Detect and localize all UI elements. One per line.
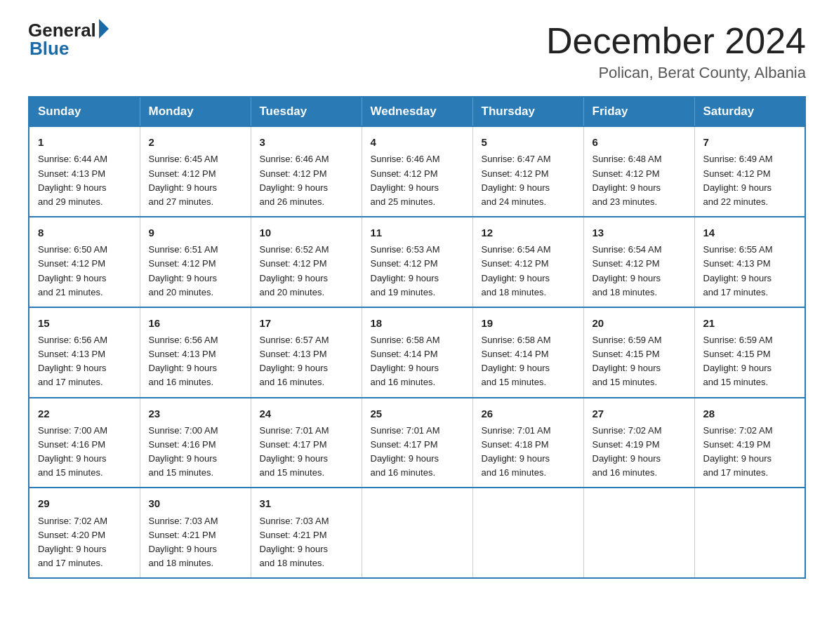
day-info: Sunrise: 6:46 AMSunset: 4:12 PMDaylight:… xyxy=(260,152,353,209)
calendar-table: SundayMondayTuesdayWednesdayThursdayFrid… xyxy=(28,96,806,579)
day-info: Sunrise: 7:01 AMSunset: 4:18 PMDaylight:… xyxy=(482,424,575,481)
calendar-cell: 27Sunrise: 7:02 AMSunset: 4:19 PMDayligh… xyxy=(583,398,694,488)
day-info: Sunrise: 6:57 AMSunset: 4:13 PMDaylight:… xyxy=(260,333,353,390)
calendar-cell: 8Sunrise: 6:50 AMSunset: 4:12 PMDaylight… xyxy=(29,217,140,307)
day-info: Sunrise: 7:01 AMSunset: 4:17 PMDaylight:… xyxy=(260,424,353,481)
calendar-cell: 9Sunrise: 6:51 AMSunset: 4:12 PMDaylight… xyxy=(140,217,251,307)
title-area: December 2024 Polican, Berat County, Alb… xyxy=(546,21,806,82)
calendar-cell: 18Sunrise: 6:58 AMSunset: 4:14 PMDayligh… xyxy=(362,307,472,398)
calendar-week-row: 15Sunrise: 6:56 AMSunset: 4:13 PMDayligh… xyxy=(29,307,805,398)
day-number: 11 xyxy=(371,224,464,241)
day-info: Sunrise: 6:52 AMSunset: 4:12 PMDaylight:… xyxy=(260,243,353,300)
calendar-cell: 20Sunrise: 6:59 AMSunset: 4:15 PMDayligh… xyxy=(583,307,694,398)
calendar-cell: 17Sunrise: 6:57 AMSunset: 4:13 PMDayligh… xyxy=(251,307,362,398)
calendar-cell: 5Sunrise: 6:47 AMSunset: 4:12 PMDaylight… xyxy=(472,126,583,217)
calendar-cell: 14Sunrise: 6:55 AMSunset: 4:13 PMDayligh… xyxy=(694,217,805,307)
calendar-cell xyxy=(583,488,694,578)
day-number: 21 xyxy=(703,315,797,331)
day-info: Sunrise: 7:00 AMSunset: 4:16 PMDaylight:… xyxy=(38,424,131,481)
day-number: 24 xyxy=(260,405,353,422)
calendar-cell: 10Sunrise: 6:52 AMSunset: 4:12 PMDayligh… xyxy=(251,217,362,307)
calendar-cell: 6Sunrise: 6:48 AMSunset: 4:12 PMDaylight… xyxy=(583,126,694,217)
calendar-cell: 15Sunrise: 6:56 AMSunset: 4:13 PMDayligh… xyxy=(29,307,140,398)
calendar-cell: 16Sunrise: 6:56 AMSunset: 4:13 PMDayligh… xyxy=(140,307,251,398)
weekday-header-row: SundayMondayTuesdayWednesdayThursdayFrid… xyxy=(29,97,805,126)
day-number: 22 xyxy=(38,405,131,422)
day-info: Sunrise: 7:02 AMSunset: 4:19 PMDaylight:… xyxy=(703,424,797,481)
day-number: 31 xyxy=(260,495,353,511)
calendar-cell: 23Sunrise: 7:00 AMSunset: 4:16 PMDayligh… xyxy=(140,398,251,488)
weekday-header-friday: Friday xyxy=(583,97,694,126)
weekday-header-monday: Monday xyxy=(140,97,251,126)
calendar-cell: 31Sunrise: 7:03 AMSunset: 4:21 PMDayligh… xyxy=(251,488,362,578)
calendar-cell: 24Sunrise: 7:01 AMSunset: 4:17 PMDayligh… xyxy=(251,398,362,488)
calendar-cell: 3Sunrise: 6:46 AMSunset: 4:12 PMDaylight… xyxy=(251,126,362,217)
day-number: 5 xyxy=(482,134,575,150)
month-year-title: December 2024 xyxy=(546,21,806,61)
day-info: Sunrise: 6:47 AMSunset: 4:12 PMDaylight:… xyxy=(482,152,575,209)
day-info: Sunrise: 6:54 AMSunset: 4:12 PMDaylight:… xyxy=(482,243,575,300)
day-number: 28 xyxy=(703,405,797,422)
day-info: Sunrise: 6:55 AMSunset: 4:13 PMDaylight:… xyxy=(703,243,797,300)
day-info: Sunrise: 6:46 AMSunset: 4:12 PMDaylight:… xyxy=(371,152,464,209)
day-number: 12 xyxy=(482,224,575,241)
calendar-week-row: 29Sunrise: 7:02 AMSunset: 4:20 PMDayligh… xyxy=(29,488,805,578)
day-info: Sunrise: 6:58 AMSunset: 4:14 PMDaylight:… xyxy=(482,333,575,390)
weekday-header-saturday: Saturday xyxy=(694,97,805,126)
day-number: 3 xyxy=(260,134,353,150)
day-number: 14 xyxy=(703,224,797,241)
logo: General Blue xyxy=(28,21,109,60)
day-number: 4 xyxy=(371,134,464,150)
day-number: 10 xyxy=(260,224,353,241)
day-info: Sunrise: 7:03 AMSunset: 4:21 PMDaylight:… xyxy=(149,514,242,571)
calendar-cell: 30Sunrise: 7:03 AMSunset: 4:21 PMDayligh… xyxy=(140,488,251,578)
location-subtitle: Polican, Berat County, Albania xyxy=(546,64,806,82)
calendar-cell: 11Sunrise: 6:53 AMSunset: 4:12 PMDayligh… xyxy=(362,217,472,307)
day-number: 8 xyxy=(38,224,131,241)
day-number: 18 xyxy=(371,315,464,331)
day-number: 26 xyxy=(482,405,575,422)
calendar-cell: 26Sunrise: 7:01 AMSunset: 4:18 PMDayligh… xyxy=(472,398,583,488)
weekday-header-sunday: Sunday xyxy=(29,97,140,126)
day-info: Sunrise: 6:56 AMSunset: 4:13 PMDaylight:… xyxy=(38,333,131,390)
calendar-cell xyxy=(472,488,583,578)
calendar-cell: 19Sunrise: 6:58 AMSunset: 4:14 PMDayligh… xyxy=(472,307,583,398)
calendar-week-row: 1Sunrise: 6:44 AMSunset: 4:13 PMDaylight… xyxy=(29,126,805,217)
day-number: 27 xyxy=(593,405,686,422)
calendar-cell xyxy=(694,488,805,578)
day-number: 17 xyxy=(260,315,353,331)
calendar-week-row: 22Sunrise: 7:00 AMSunset: 4:16 PMDayligh… xyxy=(29,398,805,488)
day-number: 29 xyxy=(38,495,131,511)
day-number: 20 xyxy=(593,315,686,331)
day-number: 1 xyxy=(38,134,131,150)
calendar-cell: 22Sunrise: 7:00 AMSunset: 4:16 PMDayligh… xyxy=(29,398,140,488)
calendar-cell xyxy=(362,488,472,578)
calendar-week-row: 8Sunrise: 6:50 AMSunset: 4:12 PMDaylight… xyxy=(29,217,805,307)
day-info: Sunrise: 7:00 AMSunset: 4:16 PMDaylight:… xyxy=(149,424,242,481)
day-number: 13 xyxy=(593,224,686,241)
day-info: Sunrise: 7:01 AMSunset: 4:17 PMDaylight:… xyxy=(371,424,464,481)
calendar-cell: 25Sunrise: 7:01 AMSunset: 4:17 PMDayligh… xyxy=(362,398,472,488)
day-info: Sunrise: 6:45 AMSunset: 4:12 PMDaylight:… xyxy=(149,152,242,209)
calendar-cell: 2Sunrise: 6:45 AMSunset: 4:12 PMDaylight… xyxy=(140,126,251,217)
day-info: Sunrise: 7:03 AMSunset: 4:21 PMDaylight:… xyxy=(260,514,353,571)
calendar-cell: 13Sunrise: 6:54 AMSunset: 4:12 PMDayligh… xyxy=(583,217,694,307)
day-info: Sunrise: 6:59 AMSunset: 4:15 PMDaylight:… xyxy=(703,333,797,390)
day-info: Sunrise: 6:58 AMSunset: 4:14 PMDaylight:… xyxy=(371,333,464,390)
day-info: Sunrise: 6:49 AMSunset: 4:12 PMDaylight:… xyxy=(703,152,797,209)
calendar-cell: 29Sunrise: 7:02 AMSunset: 4:20 PMDayligh… xyxy=(29,488,140,578)
logo-general-text: General xyxy=(28,21,96,39)
page-header: General Blue December 2024 Polican, Bera… xyxy=(28,21,806,82)
calendar-cell: 7Sunrise: 6:49 AMSunset: 4:12 PMDaylight… xyxy=(694,126,805,217)
day-number: 15 xyxy=(38,315,131,331)
calendar-cell: 21Sunrise: 6:59 AMSunset: 4:15 PMDayligh… xyxy=(694,307,805,398)
calendar-cell: 4Sunrise: 6:46 AMSunset: 4:12 PMDaylight… xyxy=(362,126,472,217)
calendar-cell: 28Sunrise: 7:02 AMSunset: 4:19 PMDayligh… xyxy=(694,398,805,488)
day-number: 25 xyxy=(371,405,464,422)
day-info: Sunrise: 6:54 AMSunset: 4:12 PMDaylight:… xyxy=(593,243,686,300)
day-info: Sunrise: 6:59 AMSunset: 4:15 PMDaylight:… xyxy=(593,333,686,390)
logo-blue-text: Blue xyxy=(29,38,69,60)
weekday-header-wednesday: Wednesday xyxy=(362,97,472,126)
day-number: 16 xyxy=(149,315,242,331)
weekday-header-tuesday: Tuesday xyxy=(251,97,362,126)
